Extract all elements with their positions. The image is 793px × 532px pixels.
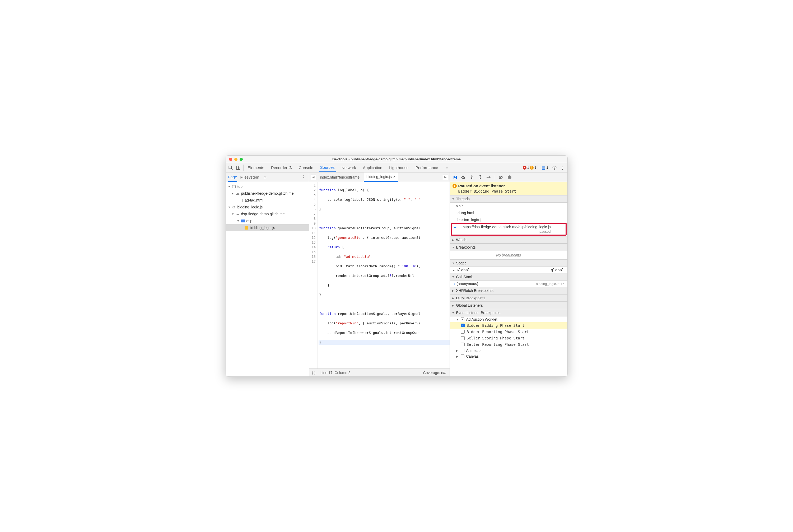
checkbox[interactable] xyxy=(461,349,465,353)
step-into-button[interactable] xyxy=(469,174,475,180)
tree-top-frame[interactable]: ▼top xyxy=(226,183,309,190)
section-threads[interactable]: ▼Threads xyxy=(450,195,567,203)
paused-title: Paused on event listener xyxy=(458,184,505,188)
elb-canvas-group[interactable]: ▶Canvas xyxy=(450,354,567,359)
file-tab-index[interactable]: index.html?fencedframe xyxy=(318,172,362,182)
tree-label: dsp-fledge-demo.glitch.me xyxy=(241,212,285,216)
section-scope[interactable]: ▼Scope xyxy=(450,260,567,267)
issues-badge[interactable]: ▤ 1 xyxy=(540,165,550,171)
section-global-listeners[interactable]: ▶Global Listeners xyxy=(450,302,567,309)
twisty-icon[interactable]: ▼ xyxy=(237,220,240,223)
section-event-listener-breakpoints[interactable]: ▼Event Listener Breakpoints xyxy=(450,309,567,317)
scope-global-row[interactable]: ▶ Globalglobal xyxy=(450,267,567,273)
elb-seller-scoring[interactable]: Seller Scoring Phase Start xyxy=(450,335,567,341)
tab-elements[interactable]: Elements xyxy=(247,163,265,172)
elb-group-label: Animation xyxy=(466,348,483,353)
checkbox[interactable] xyxy=(461,343,465,346)
kebab-menu-icon[interactable]: ⋮ xyxy=(559,165,566,171)
settings-icon[interactable] xyxy=(552,165,557,170)
tab-application[interactable]: Application xyxy=(362,163,383,172)
indeterminate-checkbox[interactable]: − xyxy=(461,318,465,321)
tree-bidding-file[interactable]: bidding_logic.js xyxy=(226,224,309,231)
section-breakpoints[interactable]: ▼Breakpoints xyxy=(450,244,567,251)
tree-publisher-origin[interactable]: ▶☁publisher-fledge-demo.glitch.me xyxy=(226,190,309,197)
elb-ad-auction-group[interactable]: ▼−Ad Auction Worklet xyxy=(450,317,567,322)
close-window-button[interactable] xyxy=(229,158,232,161)
tab-lighthouse[interactable]: Lighthouse xyxy=(388,163,410,172)
twisty-icon[interactable]: ▶ xyxy=(232,192,234,195)
tree-dsp-origin[interactable]: ▼☁dsp-fledge-demo.glitch.me xyxy=(226,211,309,217)
tree-adtag-file[interactable]: ▶ad-tag.html xyxy=(226,197,309,204)
close-tab-icon[interactable]: × xyxy=(393,175,395,179)
elb-bidder-reporting[interactable]: Bidder Reporting Phase Start xyxy=(450,329,567,335)
navigator-tab-page[interactable]: Page xyxy=(228,172,237,182)
line-gutter: 1234567891011121314151617 xyxy=(309,182,318,368)
code-content[interactable]: function log(label, o) { console.log(lab… xyxy=(318,182,449,368)
callstack-frame[interactable]: ➔ (anonymous) bidding_logic.js:17 xyxy=(450,281,567,287)
editor-panel: ◀ index.html?fencedframe bidding_logic.j… xyxy=(309,172,450,376)
checkbox[interactable] xyxy=(461,330,465,334)
section-xhr-breakpoints[interactable]: ▶XHR/fetch Breakpoints xyxy=(450,287,567,294)
format-icon[interactable]: { } xyxy=(312,370,316,375)
deactivate-breakpoints-button[interactable] xyxy=(498,174,504,180)
chevron-right-icon: ▶ xyxy=(452,304,455,307)
tab-console[interactable]: Console xyxy=(298,163,314,172)
navigator-more-icon[interactable]: » xyxy=(262,175,268,179)
editor-tabs: ◀ index.html?fencedframe bidding_logic.j… xyxy=(309,172,450,182)
page-icon xyxy=(239,198,244,202)
tab-recorder[interactable]: Recorder⚗ xyxy=(270,163,293,172)
pause-exceptions-button[interactable] xyxy=(507,174,512,180)
checkbox[interactable] xyxy=(461,336,465,340)
maximize-window-button[interactable] xyxy=(240,158,243,161)
tab-performance[interactable]: Performance xyxy=(414,163,439,172)
minimize-window-button[interactable] xyxy=(234,158,238,161)
step-button[interactable] xyxy=(486,174,492,180)
debugger-toolbar xyxy=(450,172,567,182)
section-label: XHR/fetch Breakpoints xyxy=(456,288,494,293)
navigator-tab-filesystem[interactable]: Filesystem xyxy=(240,172,259,182)
message-icon: ▤ xyxy=(542,165,546,170)
active-arrow-icon: ➔ xyxy=(453,282,456,286)
window-titlebar: DevTools - publisher-fledge-demo.glitch.… xyxy=(226,156,567,163)
device-toolbar-icon[interactable] xyxy=(235,165,241,171)
section-watch[interactable]: ▶Watch xyxy=(450,236,567,244)
nav-back-button[interactable]: ◀ xyxy=(310,175,316,180)
resume-button[interactable] xyxy=(452,174,458,180)
frame-location: bidding_logic.js:17 xyxy=(536,282,564,286)
thread-main[interactable]: Main xyxy=(450,203,567,209)
section-label: Event Listener Breakpoints xyxy=(456,311,500,315)
elb-seller-reporting[interactable]: Seller Reporting Phase Start xyxy=(450,341,567,348)
tree-label: dsp xyxy=(246,219,252,223)
tree-dsp-folder[interactable]: ▼dsp xyxy=(226,217,309,224)
elb-label: Bidder Bidding Phase Start xyxy=(467,323,525,327)
errors-count: 1 xyxy=(527,166,529,170)
section-label: DOM Breakpoints xyxy=(456,296,485,300)
twisty-icon[interactable]: ▼ xyxy=(228,206,231,209)
errors-badge[interactable]: ✕ 1 ! 1 xyxy=(521,165,538,170)
thread-bidding-active[interactable]: ➔ https://dsp-fledge-demo.glitch.me/dsp/… xyxy=(454,225,563,233)
navigator-menu-icon[interactable]: ⋮ xyxy=(300,174,307,180)
elb-bidder-bidding[interactable]: ✓Bidder Bidding Phase Start xyxy=(450,322,567,329)
error-icon: ✕ xyxy=(523,166,527,170)
twisty-icon[interactable]: ▼ xyxy=(228,185,231,188)
section-dom-breakpoints[interactable]: ▶DOM Breakpoints xyxy=(450,294,567,302)
thread-adtag[interactable]: ad-tag.html xyxy=(450,209,567,216)
inspect-element-icon[interactable] xyxy=(227,165,234,171)
twisty-icon[interactable]: ▼ xyxy=(232,213,234,215)
tab-sources[interactable]: Sources xyxy=(319,163,336,172)
section-callstack[interactable]: ▼Call Stack xyxy=(450,273,567,281)
checkbox-checked[interactable]: ✓ xyxy=(461,324,465,327)
tab-network[interactable]: Network xyxy=(340,163,357,172)
step-over-button[interactable] xyxy=(460,174,466,180)
tree-bidding-worklet[interactable]: ▼⚙bidding_logic.js xyxy=(226,204,309,211)
pause-banner: i Paused on event listener Bidder Biddin… xyxy=(450,182,567,195)
nav-forward-button[interactable]: ▶ xyxy=(443,175,448,180)
more-tabs-button[interactable]: » xyxy=(444,165,450,170)
elb-animation-group[interactable]: ▶Animation xyxy=(450,348,567,354)
checkbox[interactable] xyxy=(461,355,465,358)
thread-decision[interactable]: decision_logic.js xyxy=(450,216,567,223)
cursor-position: Line 17, Column 2 xyxy=(320,370,351,375)
code-editor[interactable]: 1234567891011121314151617 function log(l… xyxy=(309,182,450,368)
step-out-button[interactable] xyxy=(477,174,483,180)
file-tab-bidding[interactable]: bidding_logic.js× xyxy=(364,172,398,182)
